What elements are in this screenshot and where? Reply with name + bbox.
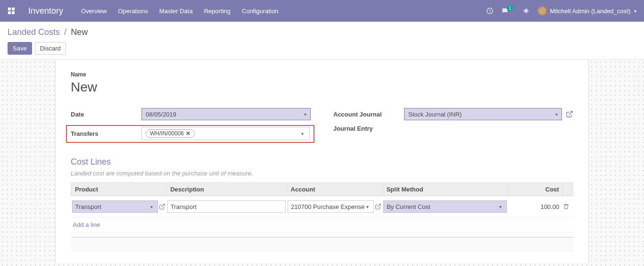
description-cell-wrapper: Transport (166, 199, 287, 215)
date-input[interactable]: 08/05/2019 ▾ (141, 108, 311, 120)
name-label: Name (71, 71, 573, 78)
col-cost: Cost (508, 183, 563, 196)
journal-input[interactable]: Stock Journal (INR) ▾ (404, 108, 562, 120)
description-value: Transport (171, 203, 197, 210)
description-input[interactable]: Transport (167, 200, 286, 213)
external-link-icon[interactable] (566, 110, 573, 118)
chevron-down-icon[interactable]: ▾ (301, 131, 305, 136)
svg-rect-2 (8, 11, 11, 14)
external-link-icon[interactable] (375, 203, 381, 210)
date-widget: 08/05/2019 ▾ (141, 108, 311, 120)
breadcrumb: Landed Costs / New (8, 27, 636, 37)
nav-item-master-data[interactable]: Master Data (159, 8, 193, 15)
svg-rect-3 (12, 11, 15, 14)
avatar (537, 6, 547, 16)
split-cell-wrapper: By Current Cost ▾ (382, 199, 508, 215)
col-split: Split Method (382, 183, 508, 196)
breadcrumb-current: New (71, 27, 88, 37)
product-cell-wrapper: Transport ▾ (71, 199, 166, 215)
entry-field: Journal Entry (333, 125, 573, 132)
account-input[interactable]: 210700 Purchase Expense ▾ (288, 200, 374, 213)
chevron-down-icon[interactable]: ▾ (304, 112, 306, 117)
entry-label: Journal Entry (333, 125, 404, 132)
transfers-highlight: Transfers WH/IN/00006 ✕ ▾ (66, 125, 314, 143)
transfer-tag-label: WH/IN/00006 (150, 130, 184, 137)
svg-rect-1 (12, 8, 15, 10)
nav-item-overview[interactable]: Overview (81, 8, 107, 15)
table-spacer (71, 233, 573, 237)
user-menu[interactable]: Mitchell Admin (Landed_cost) ▾ (537, 6, 636, 16)
form-col-left: Date 08/05/2019 ▾ Transfers (71, 108, 311, 143)
save-button[interactable]: Save (8, 42, 32, 55)
split-value: By Current Cost (387, 203, 430, 210)
table-header-row: Product Description Account Split Method… (71, 183, 573, 196)
chevron-down-icon[interactable]: ▾ (555, 112, 558, 117)
top-navbar: Inventory Overview Operations Master Dat… (0, 0, 644, 22)
navbar-left: Inventory Overview Operations Master Dat… (8, 6, 278, 16)
apps-icon[interactable] (8, 7, 15, 15)
transfers-label: Transfers (71, 130, 141, 137)
col-actions (563, 183, 573, 196)
name-value: New (71, 80, 573, 95)
debug-icon[interactable] (522, 7, 530, 15)
cost-lines-title: Cost Lines (71, 157, 573, 167)
transfers-field: Transfers WH/IN/00006 ✕ ▾ (71, 127, 310, 140)
chevron-down-icon[interactable]: ▾ (149, 204, 155, 209)
account-cell-wrapper: 210700 Purchase Expense ▾ (287, 199, 382, 215)
external-link-icon[interactable] (159, 203, 165, 210)
chevron-down-icon[interactable]: ▾ (497, 204, 504, 209)
close-icon[interactable]: ✕ (186, 130, 190, 137)
breadcrumb-separator: / (64, 27, 66, 37)
form-sheet: Name New Date 08/05/2019 ▾ Transfers (55, 60, 589, 263)
journal-field: Account Journal Stock Journal (INR) ▾ (333, 108, 573, 120)
account-value: 210700 Purchase Expense (291, 203, 364, 210)
product-input[interactable]: Transport ▾ (72, 200, 158, 213)
chevron-down-icon[interactable]: ▾ (364, 204, 371, 209)
nav-menu: Overview Operations Master Data Reportin… (81, 8, 278, 15)
product-value: Transport (75, 203, 101, 210)
breadcrumb-parent[interactable]: Landed Costs (8, 27, 60, 37)
control-panel: Landed Costs / New Save Discard (0, 22, 644, 60)
transfers-widget: WH/IN/00006 ✕ ▾ (141, 127, 310, 140)
nav-item-configuration[interactable]: Configuration (242, 8, 278, 15)
transfer-tag: WH/IN/00006 ✕ (146, 129, 195, 138)
cost-value[interactable]: 100.00 (508, 200, 563, 213)
col-product: Product (71, 183, 166, 196)
main-area: Name New Date 08/05/2019 ▾ Transfers (0, 60, 644, 266)
journal-label: Account Journal (333, 111, 404, 118)
form-row-1: Date 08/05/2019 ▾ Transfers (71, 108, 573, 143)
table-total-row (71, 237, 573, 251)
split-input[interactable]: By Current Cost ▾ (383, 200, 507, 213)
add-line-row: Add a line (71, 217, 573, 233)
cost-lines-table: Product Description Account Split Method… (71, 183, 573, 251)
caret-down-icon: ▾ (634, 8, 636, 14)
user-name: Mitchell Admin (Landed_cost) (550, 8, 630, 15)
nav-item-operations[interactable]: Operations (118, 8, 148, 15)
app-title[interactable]: Inventory (28, 6, 63, 16)
transfers-input[interactable]: WH/IN/00006 ✕ ▾ (141, 127, 310, 140)
col-account: Account (287, 183, 382, 196)
cost-lines-hint: Landed cost are computed based on the pu… (71, 170, 573, 177)
svg-rect-0 (8, 8, 11, 10)
discard-button[interactable]: Discard (35, 42, 66, 55)
nav-item-reporting[interactable]: Reporting (204, 8, 231, 15)
journal-widget: Stock Journal (INR) ▾ (404, 108, 573, 120)
col-description: Description (166, 183, 287, 196)
navbar-right: 1 Mitchell Admin (Landed_cost) ▾ (486, 6, 636, 16)
journal-value: Stock Journal (INR) (408, 111, 462, 118)
date-label: Date (71, 111, 141, 118)
activity-icon[interactable] (486, 7, 494, 15)
date-value: 08/05/2019 (146, 111, 176, 118)
table-row: Transport ▾ Transport (71, 196, 573, 217)
action-buttons: Save Discard (8, 42, 636, 55)
chat-badge: 1 (507, 5, 513, 11)
trash-icon[interactable] (563, 196, 573, 217)
form-col-right: Account Journal Stock Journal (INR) ▾ Jo… (333, 108, 573, 137)
add-line-link[interactable]: Add a line (71, 217, 102, 232)
chat-icon[interactable]: 1 (501, 7, 515, 15)
date-field: Date 08/05/2019 ▾ (71, 108, 311, 120)
